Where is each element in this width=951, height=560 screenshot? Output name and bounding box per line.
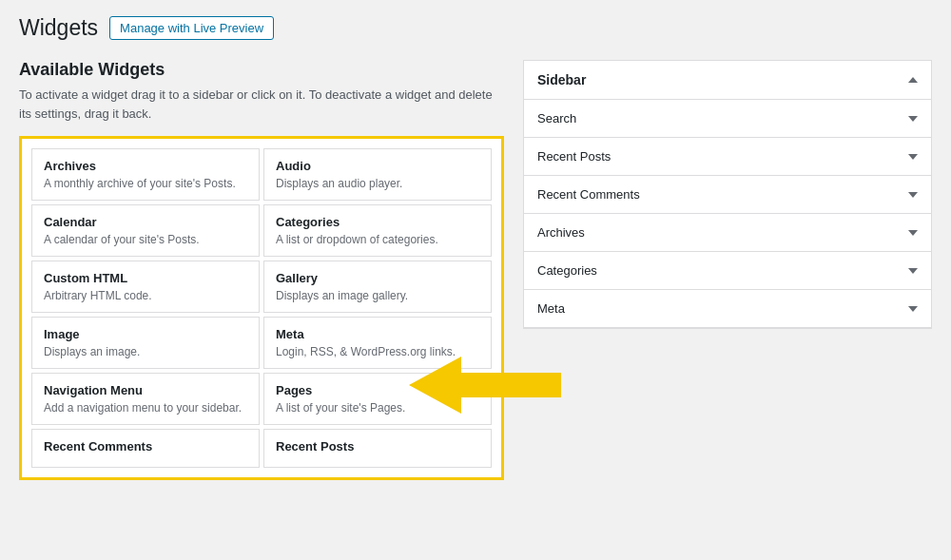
widget-name: Recent Posts <box>276 439 479 454</box>
widget-name: Image <box>44 327 247 341</box>
sidebar-item[interactable]: Recent Posts <box>524 138 931 176</box>
widget-name: Custom HTML <box>44 271 247 285</box>
widget-desc: Arbitrary HTML code. <box>44 289 247 302</box>
live-preview-button[interactable]: Manage with Live Preview <box>109 16 274 40</box>
chevron-down-icon <box>908 154 918 160</box>
widget-name: Calendar <box>44 215 247 229</box>
sidebar-header: Sidebar <box>524 61 931 100</box>
sidebar-item[interactable]: Meta <box>524 290 931 328</box>
widget-item[interactable]: ImageDisplays an image. <box>31 317 260 369</box>
sidebar-items-list: SearchRecent PostsRecent CommentsArchive… <box>524 100 931 328</box>
widget-item[interactable]: ArchivesA monthly archive of your site's… <box>31 148 260 201</box>
chevron-down-icon <box>908 116 918 122</box>
widget-item[interactable]: CalendarA calendar of your site's Posts. <box>31 204 260 257</box>
arrow-icon <box>409 352 561 418</box>
svg-marker-0 <box>409 357 561 414</box>
widget-item[interactable]: Navigation MenuAdd a navigation menu to … <box>31 373 260 425</box>
widgets-grid: ArchivesA monthly archive of your site's… <box>29 146 494 470</box>
sidebar-item-label: Recent Comments <box>537 187 640 202</box>
widget-item[interactable]: GalleryDisplays an image gallery. <box>263 261 492 313</box>
widget-item[interactable]: Recent Comments <box>31 429 260 468</box>
widget-name: Gallery <box>276 271 479 285</box>
widget-desc: A monthly archive of your site's Posts. <box>44 177 247 190</box>
widget-desc: A list or dropdown of categories. <box>276 233 479 246</box>
widget-name: Meta <box>276 327 479 341</box>
sidebar-item[interactable]: Recent Comments <box>524 176 931 214</box>
arrow-container <box>409 352 561 421</box>
widget-item[interactable]: Recent Posts <box>263 429 492 468</box>
right-panel: Sidebar SearchRecent PostsRecent Comment… <box>523 60 932 480</box>
chevron-down-icon <box>908 268 918 274</box>
sidebar-item[interactable]: Categories <box>524 252 931 290</box>
page-header: Widgets Manage with Live Preview <box>19 15 932 41</box>
widget-name: Navigation Menu <box>44 383 247 397</box>
sidebar-item[interactable]: Search <box>524 100 931 138</box>
sidebar-item-label: Categories <box>537 263 597 278</box>
widget-name: Audio <box>276 159 479 173</box>
widget-item[interactable]: Custom HTMLArbitrary HTML code. <box>31 261 260 313</box>
sidebar-panel: Sidebar SearchRecent PostsRecent Comment… <box>523 60 932 329</box>
sidebar-collapse-icon[interactable] <box>908 77 918 83</box>
widget-desc: Displays an image gallery. <box>276 289 479 302</box>
chevron-down-icon <box>908 192 918 198</box>
available-widgets-desc: To activate a widget drag it to a sideba… <box>19 86 504 123</box>
page-title: Widgets <box>19 15 98 41</box>
sidebar-item-label: Archives <box>537 225 585 240</box>
page-wrapper: Widgets Manage with Live Preview Availab… <box>0 0 951 560</box>
widget-item[interactable]: AudioDisplays an audio player. <box>263 148 492 201</box>
available-widgets-title: Available Widgets <box>19 60 504 80</box>
widget-name: Categories <box>276 215 479 229</box>
widgets-grid-container: ArchivesA monthly archive of your site's… <box>19 136 504 480</box>
widget-desc: Displays an image. <box>44 345 247 358</box>
sidebar-item-label: Search <box>537 111 576 126</box>
widget-desc: Add a navigation menu to your sidebar. <box>44 401 247 415</box>
chevron-down-icon <box>908 306 918 312</box>
widget-name: Archives <box>44 159 247 173</box>
widget-name: Recent Comments <box>44 439 247 454</box>
widget-item[interactable]: CategoriesA list or dropdown of categori… <box>263 204 492 257</box>
sidebar-item-label: Meta <box>537 301 565 316</box>
sidebar-title: Sidebar <box>537 72 586 87</box>
sidebar-item[interactable]: Archives <box>524 214 931 252</box>
widget-desc: Displays an audio player. <box>276 177 479 190</box>
chevron-down-icon <box>908 230 918 236</box>
widget-desc: A calendar of your site's Posts. <box>44 233 247 246</box>
sidebar-item-label: Recent Posts <box>537 149 611 164</box>
